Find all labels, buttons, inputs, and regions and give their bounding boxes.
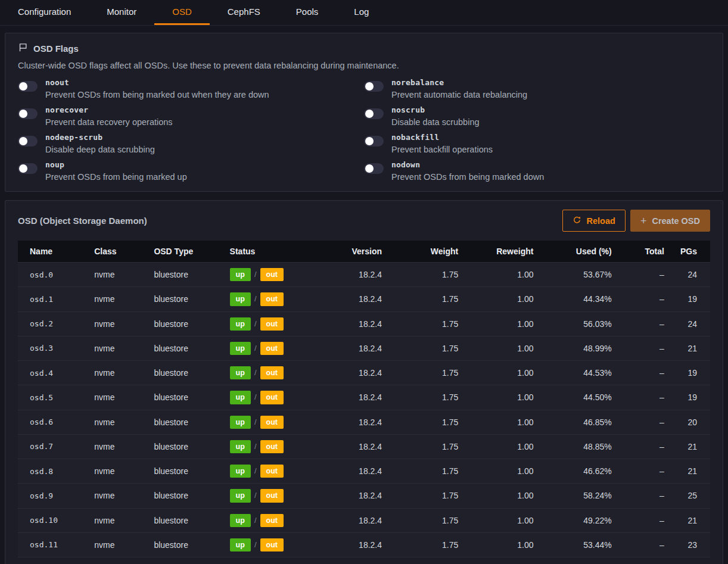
cell-used: 44.50% bbox=[533, 385, 611, 410]
flag-toggle-nobackfill[interactable] bbox=[364, 136, 384, 147]
cell-status: up/out bbox=[230, 336, 318, 360]
osd-flags-panel: OSD Flags Cluster-wide OSD flags affect … bbox=[5, 33, 723, 192]
status-out-badge: out bbox=[260, 366, 284, 379]
flag-toggle-nodeep-scrub[interactable] bbox=[18, 136, 38, 147]
status-separator: / bbox=[254, 540, 257, 549]
osd-row-osd.11[interactable]: osd.11nvmebluestoreup/out18.2.41.751.005… bbox=[18, 532, 710, 557]
column-header-weight[interactable]: Weight bbox=[382, 241, 458, 263]
osd-panel-header: OSD (Object Storage Daemon) Reload + Cre… bbox=[18, 210, 710, 232]
cell-reweight: 1.00 bbox=[458, 385, 533, 410]
cell-osd-type: bluestore bbox=[154, 336, 229, 360]
toggle-knob bbox=[365, 110, 374, 118]
cell-class: nvme bbox=[94, 263, 154, 287]
cell-status: up/out bbox=[230, 361, 318, 385]
flag-toggle-nodown[interactable] bbox=[364, 163, 384, 174]
flag-toggle-noscrub[interactable] bbox=[364, 108, 384, 119]
cell-pgs: 20 bbox=[664, 410, 710, 434]
flag-description: Disable data scrubbing bbox=[391, 117, 480, 127]
column-header-version[interactable]: Version bbox=[318, 241, 382, 263]
cell-osd-type: bluestore bbox=[154, 311, 229, 336]
reload-button[interactable]: Reload bbox=[562, 210, 626, 232]
tab-log[interactable]: Log bbox=[336, 0, 387, 25]
tab-pools[interactable]: Pools bbox=[278, 0, 337, 25]
cell-status: up/out bbox=[230, 459, 318, 484]
osd-table-header-row: NameClassOSD TypeStatusVersionWeightRewe… bbox=[18, 241, 710, 263]
cell-total: – bbox=[612, 410, 664, 434]
osd-row-osd.6[interactable]: osd.6nvmebluestoreup/out18.2.41.751.0046… bbox=[18, 410, 710, 434]
column-header-name[interactable]: Name bbox=[18, 241, 94, 263]
flag-item: norecover Prevent data recovery operatio… bbox=[18, 105, 364, 127]
cell-weight: 1.75 bbox=[382, 311, 458, 336]
cell-name: osd.11 bbox=[18, 532, 94, 557]
osd-row-osd.9[interactable]: osd.9nvmebluestoreup/out18.2.41.751.0058… bbox=[18, 484, 710, 508]
osd-row-osd.4[interactable]: osd.4nvmebluestoreup/out18.2.41.751.0044… bbox=[18, 361, 710, 385]
cell-class: nvme bbox=[94, 484, 154, 508]
osd-row-osd.2[interactable]: osd.2nvmebluestoreup/out18.2.41.751.0056… bbox=[18, 311, 710, 336]
status-separator: / bbox=[254, 294, 257, 303]
flag-toggle-norebalance[interactable] bbox=[364, 81, 384, 92]
cell-name: osd.0 bbox=[18, 263, 94, 287]
flag-toggle-norecover[interactable] bbox=[18, 108, 38, 119]
status-out-badge: out bbox=[260, 342, 284, 355]
cell-version: 18.2.4 bbox=[318, 263, 382, 287]
plus-icon: + bbox=[640, 216, 647, 226]
flag-description: Prevent backfill operations bbox=[391, 145, 493, 154]
flag-name: noup bbox=[45, 160, 187, 169]
flag-item: nodown Prevent OSDs from being marked do… bbox=[364, 160, 710, 182]
status-out-badge: out bbox=[260, 317, 284, 331]
cell-used: 46.62% bbox=[533, 459, 611, 484]
column-header-used[interactable]: Used (%) bbox=[533, 241, 611, 263]
tab-cephfs[interactable]: CephFS bbox=[210, 0, 278, 25]
create-osd-button[interactable]: + Create OSD bbox=[630, 210, 710, 232]
osd-row-osd.1[interactable]: osd.1nvmebluestoreup/out18.2.41.751.0044… bbox=[18, 287, 710, 311]
cell-osd-type: bluestore bbox=[154, 508, 229, 532]
osd-row-osd.0[interactable]: osd.0nvmebluestoreup/out18.2.41.751.0053… bbox=[18, 263, 710, 287]
status-out-badge: out bbox=[260, 489, 284, 502]
flag-item: nodeep-scrub Disable deep data scrubbing bbox=[18, 133, 364, 154]
osd-row-osd.7[interactable]: osd.7nvmebluestoreup/out18.2.41.751.0048… bbox=[18, 434, 710, 459]
flag-description: Prevent OSDs from being marked down bbox=[391, 172, 544, 182]
cell-weight: 1.75 bbox=[382, 410, 458, 434]
column-header-osd-type[interactable]: OSD Type bbox=[154, 241, 229, 263]
flag-toggle-noup[interactable] bbox=[18, 163, 38, 174]
flag-item: norebalance Prevent automatic data rebal… bbox=[364, 78, 710, 99]
cell-reweight: 1.00 bbox=[458, 311, 533, 336]
status-separator: / bbox=[254, 392, 257, 401]
cell-version: 18.2.4 bbox=[318, 311, 382, 336]
cell-pgs: 21 bbox=[664, 336, 710, 360]
flag-description: Prevent OSDs from being marked up bbox=[45, 172, 187, 182]
flag-name: nodeep-scrub bbox=[45, 133, 155, 142]
status-separator: / bbox=[254, 270, 257, 279]
tab-osd[interactable]: OSD bbox=[154, 0, 210, 25]
osd-row-osd.5[interactable]: osd.5nvmebluestoreup/out18.2.41.751.0044… bbox=[18, 385, 710, 410]
flag-item: nobackfill Prevent backfill operations bbox=[364, 133, 710, 154]
tab-monitor[interactable]: Monitor bbox=[89, 0, 154, 25]
column-header-reweight[interactable]: Reweight bbox=[458, 241, 533, 263]
osd-row-osd.10[interactable]: osd.10nvmebluestoreup/out18.2.41.751.004… bbox=[18, 508, 710, 532]
tab-configuration[interactable]: Configuration bbox=[0, 0, 89, 25]
osd-row-osd.8[interactable]: osd.8nvmebluestoreup/out18.2.41.751.0046… bbox=[18, 459, 710, 484]
column-header-class[interactable]: Class bbox=[94, 241, 154, 263]
status-up-badge: up bbox=[230, 268, 251, 281]
osd-row-osd.3[interactable]: osd.3nvmebluestoreup/out18.2.41.751.0048… bbox=[18, 336, 710, 360]
flags-panel-title: OSD Flags bbox=[33, 43, 79, 54]
column-header-status[interactable]: Status bbox=[230, 241, 318, 263]
cell-pgs: 24 bbox=[664, 263, 710, 287]
cell-status: up/out bbox=[230, 484, 318, 508]
flag-name: noscrub bbox=[391, 105, 480, 114]
cell-name: osd.2 bbox=[18, 311, 94, 336]
cell-total: – bbox=[612, 508, 664, 532]
flag-toggle-noout[interactable] bbox=[18, 81, 38, 92]
cell-weight: 1.75 bbox=[382, 508, 458, 532]
cell-class: nvme bbox=[94, 311, 154, 336]
cell-weight: 1.75 bbox=[382, 287, 458, 311]
cell-reweight: 1.00 bbox=[458, 361, 533, 385]
toggle-knob bbox=[19, 82, 27, 91]
cell-osd-type: bluestore bbox=[154, 410, 229, 434]
status-up-badge: up bbox=[230, 292, 251, 306]
flag-icon bbox=[18, 42, 28, 54]
column-header-total[interactable]: Total bbox=[612, 241, 664, 263]
column-header-pgs[interactable]: PGs bbox=[664, 241, 710, 263]
status-separator: / bbox=[254, 344, 257, 353]
reload-button-label: Reload bbox=[587, 216, 615, 226]
